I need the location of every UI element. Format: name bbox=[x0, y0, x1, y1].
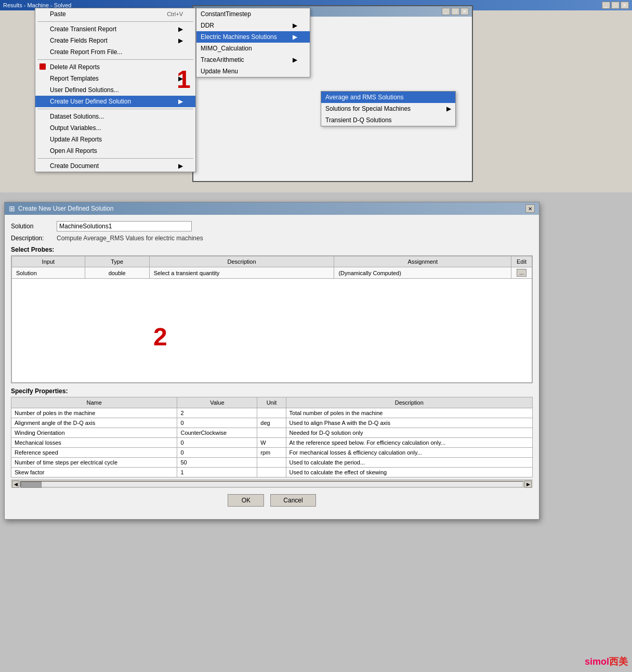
create-document-label: Create Document bbox=[50, 162, 99, 170]
props-cell-value: 1 bbox=[177, 468, 257, 477]
description-row: Description: Compute Average_RMS Values … bbox=[11, 235, 533, 242]
menu-create-document[interactable]: Create Document ▶ bbox=[35, 160, 195, 172]
maxwell-titlebar-btns: _ □ ✕ bbox=[442, 8, 469, 15]
dataset-solutions-label: Dataset Solutions... bbox=[50, 113, 104, 120]
props-col-description: Description bbox=[286, 397, 532, 408]
props-cell-name: Alignment angle of the D-Q axis bbox=[11, 418, 177, 428]
maxwell-close[interactable]: ✕ bbox=[460, 8, 469, 15]
scroll-track[interactable] bbox=[20, 481, 523, 487]
arrow-icon-special: ▶ bbox=[446, 105, 451, 112]
arrow-icon-ddr: ▶ bbox=[293, 22, 297, 29]
menu-report-templates[interactable]: Report Templates ▶ bbox=[35, 73, 195, 84]
menu-update-all-reports[interactable]: Update All Reports bbox=[35, 134, 195, 145]
cell-assignment: (Dynamically Computed) bbox=[334, 267, 511, 279]
output-variables-label: Output Variables... bbox=[50, 124, 101, 132]
arrow-icon-transient: ▶ bbox=[178, 25, 183, 33]
scroll-right-button[interactable]: ▶ bbox=[524, 481, 532, 488]
cell-type: double bbox=[85, 267, 149, 279]
titlebar-buttons: _ □ ✕ bbox=[602, 2, 629, 9]
minimize-button[interactable]: _ bbox=[602, 2, 610, 9]
col-header-edit: Edit bbox=[511, 256, 532, 267]
props-cell-name: Reference speed bbox=[11, 448, 177, 458]
scroll-left-button[interactable]: ◀ bbox=[12, 481, 19, 488]
submenu-trace-arithmetic[interactable]: TraceArithmetic ▶ bbox=[196, 54, 310, 66]
electric-machines-label: Electric Machines Solutions bbox=[201, 33, 277, 41]
menu-output-variables[interactable]: Output Variables... bbox=[35, 122, 195, 134]
props-cell-unit: deg bbox=[257, 418, 286, 428]
menu-divider-4 bbox=[37, 158, 193, 159]
close-button-app[interactable]: ✕ bbox=[621, 2, 629, 9]
props-col-unit: Unit bbox=[257, 397, 286, 408]
submenu-ddr[interactable]: DDR ▶ bbox=[196, 20, 310, 31]
submenu-special-machines[interactable]: Solutions for Special Machines ▶ bbox=[321, 103, 455, 114]
props-cell-unit bbox=[257, 468, 286, 477]
props-col-name: Name bbox=[11, 397, 177, 408]
solution-row: Solution bbox=[11, 221, 533, 231]
menu-create-from-file[interactable]: Create Report From File... bbox=[35, 46, 195, 58]
arrow-icon-fields: ▶ bbox=[178, 37, 183, 44]
menu-create-user-defined[interactable]: Create User Defined Solution ▶ bbox=[35, 96, 195, 107]
props-cell-value: 0 bbox=[177, 448, 257, 458]
props-cell-value: 0 bbox=[177, 418, 257, 428]
dialog-create-solution: ⊞ Create New User Defined Solution ✕ Sol… bbox=[4, 202, 539, 520]
props-row: Mechanical losses 0 W At the reference s… bbox=[11, 438, 533, 448]
props-cell-description: For mechanical losses & efficiency calcu… bbox=[286, 448, 532, 458]
submenu-level2[interactable]: ConstantTimestep DDR ▶ Electric Machines… bbox=[196, 8, 310, 77]
update-all-reports-label: Update All Reports bbox=[50, 136, 102, 143]
submenu-electric-machines[interactable]: Electric Machines Solutions ▶ bbox=[196, 31, 310, 43]
create-user-defined-label: Create User Defined Solution bbox=[50, 98, 131, 105]
user-defined-solutions-label: User Defined Solutions... bbox=[50, 86, 119, 94]
special-machines-label: Solutions for Special Machines bbox=[325, 105, 411, 112]
delete-all-label: Delete All Reports bbox=[50, 63, 100, 71]
props-cell-unit: rpm bbox=[257, 448, 286, 458]
ok-button[interactable]: OK bbox=[228, 494, 264, 507]
menu-user-defined-solutions[interactable]: User Defined Solutions... bbox=[35, 84, 195, 96]
create-transient-label: Create Transient Report bbox=[50, 25, 116, 33]
paste-shortcut: Ctrl+V bbox=[167, 11, 183, 17]
report-templates-label: Report Templates bbox=[50, 75, 99, 82]
props-row: Number of poles in the machine 2 Total n… bbox=[11, 408, 533, 418]
menu-open-all-reports[interactable]: Open All Reports bbox=[35, 145, 195, 157]
maxwell-maximize[interactable]: □ bbox=[451, 8, 459, 15]
menu-create-fields[interactable]: Create Fields Report ▶ bbox=[35, 35, 195, 46]
empty-row bbox=[12, 279, 532, 383]
watermark-text2: 西美 bbox=[609, 656, 628, 667]
submenu-avg-rms[interactable]: Average and RMS Solutions bbox=[321, 92, 455, 103]
maximize-button[interactable]: □ bbox=[611, 2, 620, 9]
probes-table-area: Input Type Description Assignment Edit S… bbox=[11, 255, 533, 383]
dialog-titlebar: ⊞ Create New User Defined Solution ✕ bbox=[5, 202, 539, 215]
col-header-description: Description bbox=[149, 256, 334, 267]
watermark: simol西美 bbox=[585, 655, 628, 668]
maxwell-minimize[interactable]: _ bbox=[442, 8, 450, 15]
submenu-transient-dq[interactable]: Transient D-Q Solutions bbox=[321, 114, 455, 126]
arrow-icon-document: ▶ bbox=[178, 162, 183, 170]
horizontal-scrollbar[interactable]: ◀ ▶ bbox=[11, 480, 533, 488]
menu-create-transient[interactable]: Create Transient Report ▶ bbox=[35, 23, 195, 35]
props-cell-unit bbox=[257, 428, 286, 438]
dialog-close-button[interactable]: ✕ bbox=[525, 204, 535, 213]
menu-divider-2 bbox=[37, 59, 193, 60]
props-cell-name: Winding Orientation bbox=[11, 428, 177, 438]
constant-timestep-label: ConstantTimestep bbox=[201, 10, 251, 18]
menu-dataset-solutions[interactable]: Dataset Solutions... bbox=[35, 111, 195, 122]
cell-input: Solution bbox=[12, 267, 85, 279]
menu-delete-all[interactable]: Delete All Reports bbox=[35, 61, 195, 73]
cancel-button[interactable]: Cancel bbox=[270, 494, 315, 507]
props-cell-unit bbox=[257, 458, 286, 468]
edit-button[interactable]: ... bbox=[517, 269, 526, 277]
context-menu[interactable]: Paste Ctrl+V Create Transient Report ▶ C… bbox=[35, 8, 196, 172]
submenu-constant-timestep[interactable]: ConstantTimestep bbox=[196, 8, 310, 20]
props-cell-description: At the reference speed below. For effici… bbox=[286, 438, 532, 448]
solution-input[interactable] bbox=[57, 221, 192, 231]
select-probes-label: Select Probes: bbox=[11, 246, 533, 253]
submenu-mimo[interactable]: MIMO_Calculation bbox=[196, 43, 310, 54]
dialog-buttons-area: OK Cancel bbox=[11, 494, 533, 513]
mimo-label: MIMO_Calculation bbox=[201, 45, 252, 52]
submenu-level3[interactable]: Average and RMS Solutions Solutions for … bbox=[321, 91, 456, 126]
scroll-thumb[interactable] bbox=[21, 482, 42, 488]
menu-paste[interactable]: Paste Ctrl+V bbox=[35, 8, 195, 20]
props-row: Alignment angle of the D-Q axis 0 deg Us… bbox=[11, 418, 533, 428]
col-header-input: Input bbox=[12, 256, 85, 267]
ddr-label: DDR bbox=[201, 22, 214, 29]
submenu-update-menu[interactable]: Update Menu bbox=[196, 66, 310, 77]
